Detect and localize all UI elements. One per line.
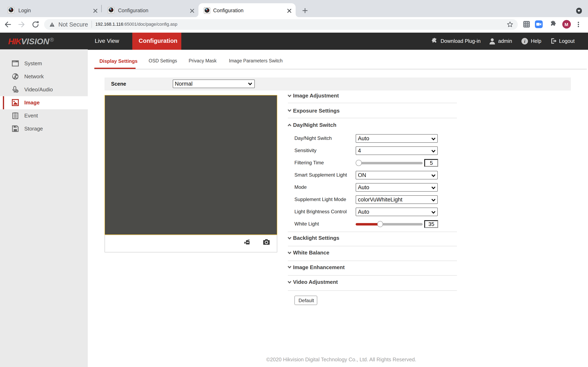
- svg-text:i: i: [524, 39, 526, 44]
